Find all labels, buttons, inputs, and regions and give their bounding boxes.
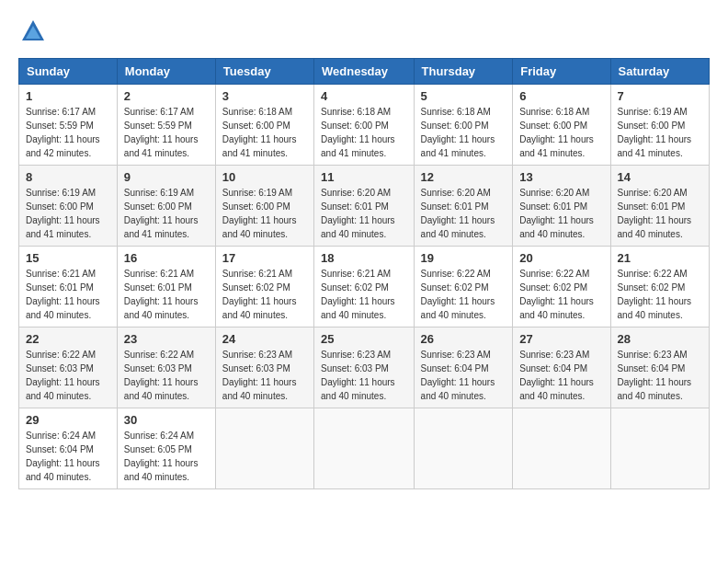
calendar-cell: 16 Sunrise: 6:21 AMSunset: 6:01 PMDaylig… — [117, 247, 215, 327]
calendar-cell — [513, 408, 610, 489]
day-number: 28 — [618, 332, 702, 346]
day-info: Sunrise: 6:22 AMSunset: 6:03 PMDaylight:… — [26, 350, 100, 401]
day-number: 3 — [222, 89, 307, 103]
calendar-week-1: 1 Sunrise: 6:17 AMSunset: 5:59 PMDayligh… — [19, 85, 710, 166]
day-number: 5 — [421, 89, 506, 103]
day-number: 24 — [222, 332, 307, 346]
calendar-cell: 28 Sunrise: 6:23 AMSunset: 6:04 PMDaylig… — [610, 327, 709, 408]
day-number: 30 — [124, 413, 209, 427]
day-number: 22 — [26, 332, 110, 346]
calendar-cell: 6 Sunrise: 6:18 AMSunset: 6:00 PMDayligh… — [513, 85, 610, 166]
weekday-wednesday: Wednesday — [314, 59, 415, 85]
calendar-cell: 29 Sunrise: 6:24 AMSunset: 6:04 PMDaylig… — [19, 408, 118, 489]
logo — [18, 18, 46, 49]
calendar-cell: 15 Sunrise: 6:21 AMSunset: 6:01 PMDaylig… — [19, 247, 118, 327]
day-number: 9 — [124, 170, 209, 184]
day-number: 23 — [124, 332, 209, 346]
day-info: Sunrise: 6:19 AMSunset: 6:00 PMDaylight:… — [222, 188, 297, 239]
day-info: Sunrise: 6:23 AMSunset: 6:03 PMDaylight:… — [222, 350, 297, 401]
calendar-cell: 17 Sunrise: 6:21 AMSunset: 6:02 PMDaylig… — [215, 247, 313, 327]
day-info: Sunrise: 6:23 AMSunset: 6:04 PMDaylight:… — [421, 350, 495, 401]
day-info: Sunrise: 6:20 AMSunset: 6:01 PMDaylight:… — [421, 188, 495, 239]
weekday-sunday: Sunday — [19, 59, 118, 85]
day-number: 17 — [222, 251, 307, 265]
calendar-cell: 14 Sunrise: 6:20 AMSunset: 6:01 PMDaylig… — [610, 166, 709, 247]
calendar-cell: 25 Sunrise: 6:23 AMSunset: 6:03 PMDaylig… — [314, 327, 415, 408]
day-number: 15 — [26, 251, 110, 265]
day-number: 4 — [321, 89, 407, 103]
day-number: 16 — [124, 251, 209, 265]
weekday-saturday: Saturday — [610, 59, 709, 85]
day-number: 10 — [222, 170, 307, 184]
calendar-cell — [414, 408, 513, 489]
day-number: 8 — [26, 170, 110, 184]
day-number: 20 — [519, 251, 603, 265]
calendar-cell: 24 Sunrise: 6:23 AMSunset: 6:03 PMDaylig… — [215, 327, 313, 408]
day-info: Sunrise: 6:20 AMSunset: 6:01 PMDaylight:… — [618, 188, 692, 239]
day-info: Sunrise: 6:21 AMSunset: 6:02 PMDaylight:… — [321, 269, 395, 320]
day-number: 14 — [618, 170, 702, 184]
day-info: Sunrise: 6:20 AMSunset: 6:01 PMDaylight:… — [321, 188, 395, 239]
calendar-cell — [314, 408, 415, 489]
day-info: Sunrise: 6:22 AMSunset: 6:03 PMDaylight:… — [124, 350, 199, 401]
day-number: 21 — [618, 251, 702, 265]
calendar-cell: 26 Sunrise: 6:23 AMSunset: 6:04 PMDaylig… — [414, 327, 513, 408]
day-info: Sunrise: 6:17 AMSunset: 5:59 PMDaylight:… — [26, 107, 100, 158]
day-number: 19 — [421, 251, 506, 265]
day-info: Sunrise: 6:19 AMSunset: 6:00 PMDaylight:… — [124, 188, 199, 239]
calendar-cell: 10 Sunrise: 6:19 AMSunset: 6:00 PMDaylig… — [215, 166, 313, 247]
logo-icon — [20, 18, 46, 44]
day-info: Sunrise: 6:20 AMSunset: 6:01 PMDaylight:… — [519, 188, 594, 239]
calendar-week-2: 8 Sunrise: 6:19 AMSunset: 6:00 PMDayligh… — [19, 166, 710, 247]
day-number: 12 — [421, 170, 506, 184]
weekday-thursday: Thursday — [414, 59, 513, 85]
calendar-cell: 30 Sunrise: 6:24 AMSunset: 6:05 PMDaylig… — [117, 408, 215, 489]
weekday-monday: Monday — [117, 59, 215, 85]
day-info: Sunrise: 6:18 AMSunset: 6:00 PMDaylight:… — [321, 107, 395, 158]
day-number: 6 — [519, 89, 603, 103]
weekday-friday: Friday — [513, 59, 610, 85]
day-info: Sunrise: 6:18 AMSunset: 6:00 PMDaylight:… — [519, 107, 594, 158]
day-info: Sunrise: 6:23 AMSunset: 6:04 PMDaylight:… — [519, 350, 594, 401]
calendar-cell: 11 Sunrise: 6:20 AMSunset: 6:01 PMDaylig… — [314, 166, 415, 247]
calendar-cell: 22 Sunrise: 6:22 AMSunset: 6:03 PMDaylig… — [19, 327, 118, 408]
calendar-cell: 18 Sunrise: 6:21 AMSunset: 6:02 PMDaylig… — [314, 247, 415, 327]
calendar-table: SundayMondayTuesdayWednesdayThursdayFrid… — [18, 58, 710, 489]
day-info: Sunrise: 6:23 AMSunset: 6:04 PMDaylight:… — [618, 350, 692, 401]
day-info: Sunrise: 6:21 AMSunset: 6:01 PMDaylight:… — [26, 269, 100, 320]
calendar-cell: 2 Sunrise: 6:17 AMSunset: 5:59 PMDayligh… — [117, 85, 215, 166]
day-number: 2 — [124, 89, 209, 103]
calendar-cell: 1 Sunrise: 6:17 AMSunset: 5:59 PMDayligh… — [19, 85, 118, 166]
calendar-body: 1 Sunrise: 6:17 AMSunset: 5:59 PMDayligh… — [19, 85, 710, 489]
calendar-cell: 19 Sunrise: 6:22 AMSunset: 6:02 PMDaylig… — [414, 247, 513, 327]
day-info: Sunrise: 6:19 AMSunset: 6:00 PMDaylight:… — [618, 107, 692, 158]
day-info: Sunrise: 6:18 AMSunset: 6:00 PMDaylight:… — [222, 107, 297, 158]
day-number: 25 — [321, 332, 407, 346]
calendar-cell: 12 Sunrise: 6:20 AMSunset: 6:01 PMDaylig… — [414, 166, 513, 247]
weekday-tuesday: Tuesday — [215, 59, 313, 85]
calendar-cell: 7 Sunrise: 6:19 AMSunset: 6:00 PMDayligh… — [610, 85, 709, 166]
calendar-week-5: 29 Sunrise: 6:24 AMSunset: 6:04 PMDaylig… — [19, 408, 710, 489]
calendar-cell: 27 Sunrise: 6:23 AMSunset: 6:04 PMDaylig… — [513, 327, 610, 408]
page-header — [18, 18, 710, 49]
day-number: 18 — [321, 251, 407, 265]
day-number: 11 — [321, 170, 407, 184]
day-info: Sunrise: 6:24 AMSunset: 6:04 PMDaylight:… — [26, 431, 100, 482]
day-info: Sunrise: 6:21 AMSunset: 6:01 PMDaylight:… — [124, 269, 199, 320]
day-info: Sunrise: 6:18 AMSunset: 6:00 PMDaylight:… — [421, 107, 495, 158]
calendar-cell — [610, 408, 709, 489]
calendar-cell: 8 Sunrise: 6:19 AMSunset: 6:00 PMDayligh… — [19, 166, 118, 247]
day-number: 7 — [618, 89, 702, 103]
calendar-cell: 4 Sunrise: 6:18 AMSunset: 6:00 PMDayligh… — [314, 85, 415, 166]
calendar-cell: 21 Sunrise: 6:22 AMSunset: 6:02 PMDaylig… — [610, 247, 709, 327]
day-number: 1 — [26, 89, 110, 103]
day-number: 29 — [26, 413, 110, 427]
day-info: Sunrise: 6:22 AMSunset: 6:02 PMDaylight:… — [519, 269, 594, 320]
day-info: Sunrise: 6:22 AMSunset: 6:02 PMDaylight:… — [618, 269, 692, 320]
day-info: Sunrise: 6:21 AMSunset: 6:02 PMDaylight:… — [222, 269, 297, 320]
day-info: Sunrise: 6:17 AMSunset: 5:59 PMDaylight:… — [124, 107, 199, 158]
calendar-cell: 9 Sunrise: 6:19 AMSunset: 6:00 PMDayligh… — [117, 166, 215, 247]
weekday-header-row: SundayMondayTuesdayWednesdayThursdayFrid… — [19, 59, 710, 85]
day-info: Sunrise: 6:22 AMSunset: 6:02 PMDaylight:… — [421, 269, 495, 320]
day-info: Sunrise: 6:23 AMSunset: 6:03 PMDaylight:… — [321, 350, 395, 401]
